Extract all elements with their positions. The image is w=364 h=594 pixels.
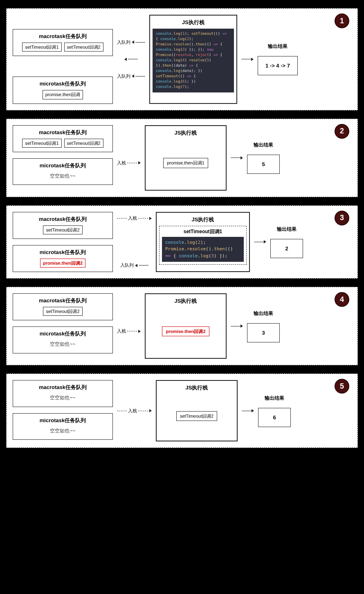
js-stack: JS执行栈 promise.then回调1 xyxy=(145,125,227,191)
step-badge: 3 xyxy=(335,211,349,225)
microtask-title: microtask任务队列 xyxy=(17,249,108,256)
macrotask-queue: macrotask任务队列 setTimeout回调2 xyxy=(13,212,113,239)
output-box: 1 -> 4 -> 7 xyxy=(258,56,298,75)
queue-item: setTimeout回调2 xyxy=(43,307,82,316)
microtask-queue: microtask任务队列 promise.then回调 xyxy=(13,76,113,104)
step-badge: 4 xyxy=(335,292,349,307)
queue-item: promise.then回调2 xyxy=(40,259,85,268)
microtask-queue: microtask任务队列 空空如也~~ xyxy=(13,158,113,185)
microtask-title: microtask任务队列 xyxy=(17,80,108,88)
stack-title: JS执行栈 xyxy=(182,19,204,26)
js-stack: JS执行栈 setTimeout回调1 console.log(2); Prom… xyxy=(156,212,250,272)
macrotask-title: macrotask任务队列 xyxy=(17,384,108,391)
output-box: 3 xyxy=(247,323,280,342)
microtask-queue: microtask任务队列 空空如也~~ xyxy=(13,413,113,440)
output-arrow xyxy=(242,380,254,441)
output-label: 输出结果 xyxy=(268,43,288,50)
stack-title: JS执行栈 xyxy=(186,384,208,392)
macrotask-queue: macrotask任务队列 setTimeout回调1 setTimeout回调… xyxy=(13,125,113,152)
enstack-label: 入栈 xyxy=(117,160,126,166)
macrotask-queue: macrotask任务队列 setTimeout回调2 xyxy=(13,293,113,320)
enqueue-arrows: 入队列 入队列 xyxy=(117,15,145,104)
js-stack: JS执行栈 setTimeout回调2 xyxy=(156,380,238,441)
macrotask-title: macrotask任务队列 xyxy=(17,33,108,40)
queue-item: setTimeout回调2 xyxy=(64,43,103,52)
js-stack: JS执行栈 console.log(1); setTimeout(() => {… xyxy=(149,15,237,104)
enqueue-label: 入队列 xyxy=(120,262,134,268)
stack-frame: setTimeout回调1 console.log(2); Promise.re… xyxy=(159,226,247,265)
queues-col: macrotask任务队列 setTimeout回调1 setTimeout回调… xyxy=(13,15,113,104)
frame-title: setTimeout回调1 xyxy=(162,228,244,235)
code-block: console.log(1); setTimeout(() => { conso… xyxy=(153,29,234,92)
queue-item: promise.then回调 xyxy=(43,90,83,99)
enstack-arrow: 入栈 xyxy=(117,293,141,359)
stack-item: promise.then回调2 xyxy=(162,326,209,336)
macrotask-title: macrotask任务队列 xyxy=(17,297,108,304)
output-label: 输出结果 xyxy=(254,142,273,148)
code-block: console.log(2); Promise.resolve().then((… xyxy=(162,237,244,262)
step-badge: 1 xyxy=(335,14,349,28)
enstack-label: 入栈 xyxy=(117,328,126,334)
stack-title: JS执行栈 xyxy=(175,129,197,137)
step-panel-3: 3 macrotask任务队列 setTimeout回调2 microtask任… xyxy=(6,205,358,279)
output-arrow xyxy=(241,15,254,104)
empty-label: 空空如也~~ xyxy=(47,340,78,349)
js-stack: JS执行栈 promise.then回调2 xyxy=(145,293,227,359)
macrotask-title: macrotask任务队列 xyxy=(17,216,108,223)
step-badge: 2 xyxy=(335,124,349,139)
stack-item: setTimeout回调2 xyxy=(176,411,217,421)
enstack-arrow: 入栈 xyxy=(117,380,152,441)
queue-item: setTimeout回调2 xyxy=(64,139,103,148)
step-badge: 5 xyxy=(335,379,349,394)
output-label: 输出结果 xyxy=(265,395,284,402)
step-panel-4: 4 macrotask任务队列 setTimeout回调2 microtask任… xyxy=(6,287,358,365)
enstack-label: 入栈 xyxy=(128,215,137,221)
output-arrow xyxy=(231,125,243,191)
microtask-title: microtask任务队列 xyxy=(17,330,108,338)
step-panel-2: 2 macrotask任务队列 setTimeout回调1 setTimeout… xyxy=(6,119,358,197)
queue-item: setTimeout回调1 xyxy=(22,43,61,52)
enstack-label: 入栈 xyxy=(128,408,137,414)
stack-item: promise.then回调1 xyxy=(163,158,208,168)
enqueue-label: 入队列 xyxy=(117,73,130,79)
step-panel-5: 5 macrotask任务队列 空空如也~~ microtask任务队列 空空如… xyxy=(6,374,358,448)
queue-item: setTimeout回调2 xyxy=(43,225,82,234)
queue-item: setTimeout回调1 xyxy=(22,139,61,148)
enqueue-label: 入队列 xyxy=(117,39,130,45)
microtask-title: microtask任务队列 xyxy=(17,417,108,424)
empty-label: 空空如也~~ xyxy=(47,394,78,403)
enstack-arrow: 入栈 xyxy=(117,125,141,191)
empty-label: 空空如也~~ xyxy=(47,427,78,436)
output-box: 6 xyxy=(258,408,291,427)
output-arrow xyxy=(254,212,266,272)
macrotask-queue: macrotask任务队列 空空如也~~ xyxy=(13,380,113,407)
stack-title: JS执行栈 xyxy=(192,216,214,223)
microtask-queue: microtask任务队列 promise.then回调2 xyxy=(13,245,113,272)
macrotask-queue: macrotask任务队列 setTimeout回调1 setTimeout回调… xyxy=(13,29,113,56)
output-arrow xyxy=(231,293,243,359)
stack-title: JS执行栈 xyxy=(175,297,197,305)
microtask-title: microtask任务队列 xyxy=(17,162,108,169)
output-label: 输出结果 xyxy=(277,226,297,233)
output-box: 2 xyxy=(270,239,303,258)
output-box: 5 xyxy=(247,155,280,174)
macrotask-title: macrotask任务队列 xyxy=(17,129,108,136)
step-panel-1: 1 macrotask任务队列 setTimeout回调1 setTimeout… xyxy=(6,8,358,110)
output-label: 输出结果 xyxy=(254,310,273,317)
microtask-queue: microtask任务队列 空空如也~~ xyxy=(13,326,113,353)
empty-label: 空空如也~~ xyxy=(47,172,78,181)
arrows-col: 入栈 入队列 xyxy=(117,212,152,272)
